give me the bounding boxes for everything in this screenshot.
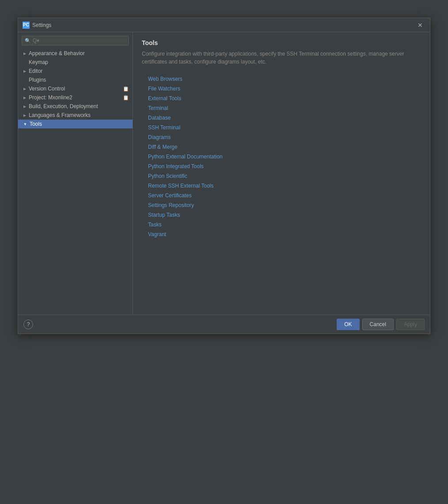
tools-list-item[interactable]: Web Browsers (145, 75, 421, 83)
sidebar-item-label: Keymap (29, 59, 48, 65)
footer-right: OK Cancel Apply (337, 319, 425, 330)
content-area: Tools Configure integration with third-p… (133, 32, 430, 315)
app-icon: PC (23, 22, 30, 29)
sidebar: 🔍 Appearance & Behavior Keymap Editor Pl… (18, 32, 133, 315)
sidebar-item-label: Build, Execution, Deployment (29, 103, 98, 109)
tools-list-item[interactable]: File Watchers (145, 84, 421, 93)
sidebar-item-build[interactable]: Build, Execution, Deployment (18, 102, 133, 111)
tools-list-item[interactable]: Python Scientific (145, 172, 421, 181)
content-description: Configure integration with third-party a… (142, 50, 421, 66)
tools-list-item[interactable]: Database (145, 113, 421, 122)
tools-list-item[interactable]: Vagrant (145, 230, 421, 239)
cancel-button[interactable]: Cancel (362, 319, 394, 330)
footer-left: ? (23, 320, 33, 329)
sidebar-item-label: Project: Mxonline2 (29, 94, 72, 101)
tools-list-item[interactable]: Diagrams (145, 133, 421, 142)
tools-list-item[interactable]: Server Certificates (145, 191, 421, 200)
tools-list-item[interactable]: SSH Terminal (145, 123, 421, 132)
sidebar-item-tools[interactable]: Tools (18, 120, 133, 128)
tools-list-item[interactable]: Python External Documentation (145, 152, 421, 161)
dialog-footer: ? OK Cancel Apply (18, 315, 430, 334)
sidebar-item-plugins[interactable]: Plugins (18, 75, 133, 84)
close-button[interactable]: ✕ (415, 21, 425, 29)
search-input[interactable] (33, 38, 126, 44)
content-title: Tools (142, 39, 421, 46)
settings-dialog: PC Settings ✕ 🔍 Appearance & Behavior Ke… (18, 18, 430, 334)
sidebar-item-editor[interactable]: Editor (18, 67, 133, 75)
search-icon: 🔍 (25, 38, 31, 44)
tools-list-item[interactable]: Terminal (145, 104, 421, 113)
ok-button[interactable]: OK (337, 319, 359, 330)
title-bar: PC Settings ✕ (18, 18, 430, 32)
title-bar-left: PC Settings (23, 22, 51, 29)
sidebar-item-label: Languages & Frameworks (29, 112, 91, 118)
project-badge: 📋 (123, 95, 129, 101)
tools-list-item[interactable]: Startup Tasks (145, 211, 421, 219)
sidebar-item-label: Plugins (29, 77, 46, 83)
sidebar-item-label: Appearance & Behavior (29, 50, 85, 56)
tools-list-item[interactable]: External Tools (145, 94, 421, 103)
sidebar-item-label: Editor (29, 68, 42, 74)
sidebar-item-project[interactable]: Project: Mxonline2 📋 (18, 93, 133, 102)
tools-list-item[interactable]: Diff & Merge (145, 143, 421, 151)
sidebar-item-languages[interactable]: Languages & Frameworks (18, 111, 133, 120)
apply-button[interactable]: Apply (396, 319, 425, 330)
sidebar-item-label: Version Control (29, 86, 65, 92)
version-control-badge: 📋 (123, 86, 129, 92)
sidebar-item-keymap[interactable]: Keymap (18, 58, 133, 67)
tools-list-item[interactable]: Settings Repository (145, 201, 421, 210)
help-button[interactable]: ? (23, 320, 33, 329)
dialog-body: 🔍 Appearance & Behavior Keymap Editor Pl… (18, 32, 430, 315)
dialog-title: Settings (32, 22, 51, 28)
tools-list-item[interactable]: Python Integrated Tools (145, 162, 421, 171)
search-box[interactable]: 🔍 (22, 36, 129, 45)
tools-list-item[interactable]: Tasks (145, 220, 421, 229)
sidebar-item-label: Tools (30, 121, 42, 127)
tools-list-item[interactable]: Remote SSH External Tools (145, 181, 421, 190)
tools-list: Web BrowsersFile WatchersExternal ToolsT… (142, 75, 421, 239)
sidebar-item-appearance[interactable]: Appearance & Behavior (18, 49, 133, 58)
sidebar-item-version-control[interactable]: Version Control 📋 (18, 84, 133, 93)
